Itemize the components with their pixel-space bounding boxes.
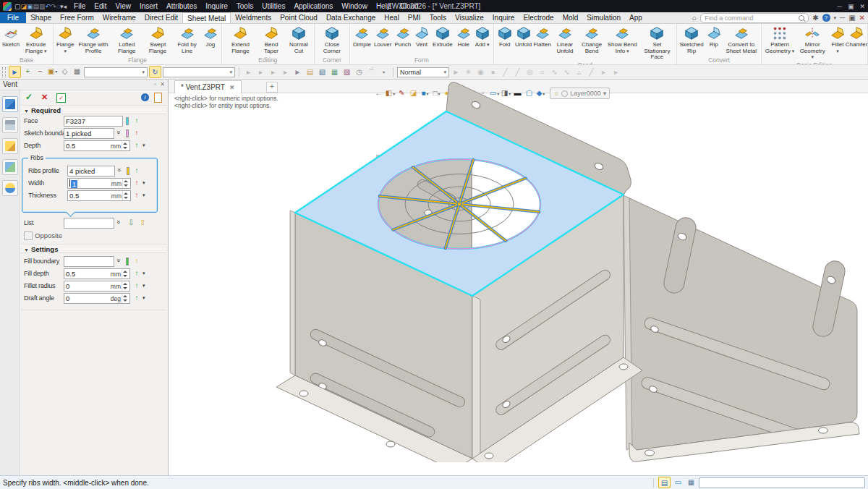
save-icon[interactable]: ▣: [27, 3, 33, 10]
pick-cursor-icon[interactable]: ►: [9, 66, 21, 78]
menu-attributes[interactable]: Attributes: [162, 2, 201, 10]
print-icon[interactable]: ▤: [33, 3, 40, 10]
doc-icon[interactable]: [154, 93, 162, 103]
tool-jog[interactable]: Jog: [201, 25, 220, 49]
menu-file[interactable]: File: [69, 2, 90, 10]
tool-linear-unfold[interactable]: Linear Unfold: [552, 25, 579, 55]
tab-inquire[interactable]: Inquire: [488, 12, 519, 23]
fill-depth-regen-icon[interactable]: ↑: [132, 269, 141, 277]
tab-sheet-metal[interactable]: Sheet Metal: [182, 12, 231, 23]
tool-add[interactable]: Add ▾: [473, 25, 492, 49]
menu-cloud[interactable]: Cloud: [395, 2, 422, 10]
point-style-combo[interactable]: Normal▾: [397, 67, 449, 77]
pick-intent-icon[interactable]: ►: [292, 67, 303, 77]
capture-icon[interactable]: ▦: [329, 67, 340, 77]
tool-unfold[interactable]: Unfold: [514, 25, 533, 49]
tool-convert-to-sheet-metal[interactable]: Convert to Sheet Metal: [723, 25, 760, 55]
tool-change-bend[interactable]: Change Bend: [578, 25, 605, 55]
record-icon[interactable]: ▨: [341, 67, 352, 77]
visual-tab[interactable]: [2, 159, 18, 175]
tool-extrude-flange[interactable]: Extrude Flange ▾: [20, 25, 51, 55]
viewport-canvas[interactable]: [169, 80, 868, 462]
tab-app[interactable]: App: [625, 12, 647, 23]
tool-swept-flange[interactable]: Swept Flange: [142, 25, 174, 55]
tool-louver[interactable]: Louver: [373, 25, 393, 49]
tool-close-corner[interactable]: Close Corner: [316, 25, 348, 55]
tab-data-exchange[interactable]: Data Exchange: [322, 12, 380, 23]
tool-lofted-flange[interactable]: Lofted Flange: [111, 25, 142, 55]
notes-icon[interactable]: ▤: [305, 67, 315, 77]
line-icon[interactable]: ╱: [500, 67, 511, 77]
menu-utilities[interactable]: Utilities: [258, 2, 289, 10]
section-required[interactable]: ▼Required: [21, 105, 166, 114]
hand2-icon[interactable]: ▸: [610, 67, 621, 77]
find-command-box[interactable]: Find a command: [700, 13, 809, 23]
expand-chevron-icon[interactable]: »: [115, 129, 122, 136]
panel-close-icon[interactable]: ✕: [160, 81, 165, 88]
tab-simulation[interactable]: Simulation: [582, 12, 625, 23]
tab-shape[interactable]: Shape: [26, 12, 56, 23]
hand-icon[interactable]: ▸: [598, 67, 609, 77]
list-load-icon[interactable]: ⇧: [140, 218, 145, 226]
menu-tools[interactable]: Tools: [232, 2, 258, 10]
curve-icon[interactable]: ∿: [549, 67, 560, 77]
fill-boundary-input[interactable]: [64, 256, 114, 267]
pick-remove-icon[interactable]: −: [35, 66, 46, 77]
prompt-history-icon[interactable]: ▤: [658, 477, 671, 488]
pick-last-icon[interactable]: ▣▾: [47, 66, 58, 77]
line2-icon[interactable]: ╱: [512, 67, 523, 77]
pick-polygon-icon[interactable]: ◇: [59, 66, 70, 77]
ribs-thickness-spinner[interactable]: [122, 191, 129, 200]
print-preview-icon[interactable]: ▥: [39, 3, 46, 10]
fill-depth-spinner[interactable]: [122, 269, 128, 278]
tab-pmi[interactable]: PMI: [404, 12, 425, 23]
scatter-icon[interactable]: ●: [488, 67, 498, 77]
ribs-thickness-dropdown-icon[interactable]: ▾: [142, 192, 145, 198]
sketch-boundary-input[interactable]: 1 picked: [64, 128, 114, 139]
pick-add-icon[interactable]: +: [22, 66, 33, 77]
depth-dropdown-icon[interactable]: ▾: [142, 143, 145, 148]
tool-pattern-geometry[interactable]: Pattern Geometry ▾: [763, 25, 797, 55]
ribs-width-regen-icon[interactable]: ↑: [132, 179, 141, 187]
tab-mold[interactable]: Mold: [558, 12, 583, 23]
ribs-width-input[interactable]: 1 mm: [67, 178, 131, 189]
angle-icon[interactable]: ▵: [574, 67, 584, 77]
tab-electrode[interactable]: Electrode: [519, 12, 558, 23]
tab-free-form[interactable]: Free Form: [56, 12, 98, 23]
list-save-icon[interactable]: ⇩: [128, 218, 134, 226]
menu-view[interactable]: View: [111, 2, 135, 10]
fillet-radius-input[interactable]: 0 mm: [64, 281, 130, 292]
stop-icon[interactable]: ▪: [378, 67, 389, 77]
tool-vent[interactable]: Vent: [412, 25, 431, 49]
tab-heal[interactable]: Heal: [380, 12, 404, 23]
tool-punch[interactable]: Punch: [393, 25, 412, 49]
sketch-boundary-regen-icon[interactable]: ↑: [132, 129, 141, 137]
display-monitor-icon[interactable]: ▭: [673, 477, 684, 487]
fill-depth-dropdown-icon[interactable]: ▾: [142, 271, 145, 276]
tool-extrude[interactable]: Extrude: [431, 25, 454, 49]
document-close-icon[interactable]: ✕: [859, 14, 865, 22]
export-icon[interactable]: ▧: [317, 67, 328, 77]
fill-depth-input[interactable]: 0.5 mm: [64, 268, 130, 279]
curve2-icon[interactable]: ∿: [561, 67, 572, 77]
ribs-width-spinner[interactable]: [122, 179, 129, 188]
ribs-profile-regen-icon[interactable]: ↑: [132, 166, 141, 174]
ribbon-restore-icon[interactable]: ▣: [848, 14, 855, 22]
clock-icon[interactable]: ◷: [354, 67, 365, 77]
tool-hole[interactable]: Hole: [454, 25, 473, 49]
pick-box-icon[interactable]: ▦: [72, 66, 82, 77]
slash-icon[interactable]: ╱: [586, 67, 597, 77]
draft-angle-regen-icon[interactable]: ↑: [132, 294, 141, 302]
undo-icon[interactable]: ↶: [46, 3, 51, 10]
draft-angle-spinner[interactable]: [122, 294, 128, 303]
cancel-button[interactable]: ✕: [41, 93, 48, 102]
depth-input[interactable]: 0.5 mm: [64, 140, 130, 151]
tab-wireframe[interactable]: Wireframe: [98, 12, 140, 23]
center-snap-icon[interactable]: ◉: [475, 67, 486, 77]
tool-fold-by-line[interactable]: Fold by Line: [173, 25, 200, 55]
filter-refresh-icon[interactable]: ↻: [149, 66, 161, 78]
fill-boundary-chevron-icon[interactable]: »: [115, 257, 122, 264]
menu-help[interactable]: Help: [372, 2, 396, 10]
window-close-icon[interactable]: ✕: [859, 3, 865, 10]
circle2-icon[interactable]: ○: [537, 67, 548, 77]
